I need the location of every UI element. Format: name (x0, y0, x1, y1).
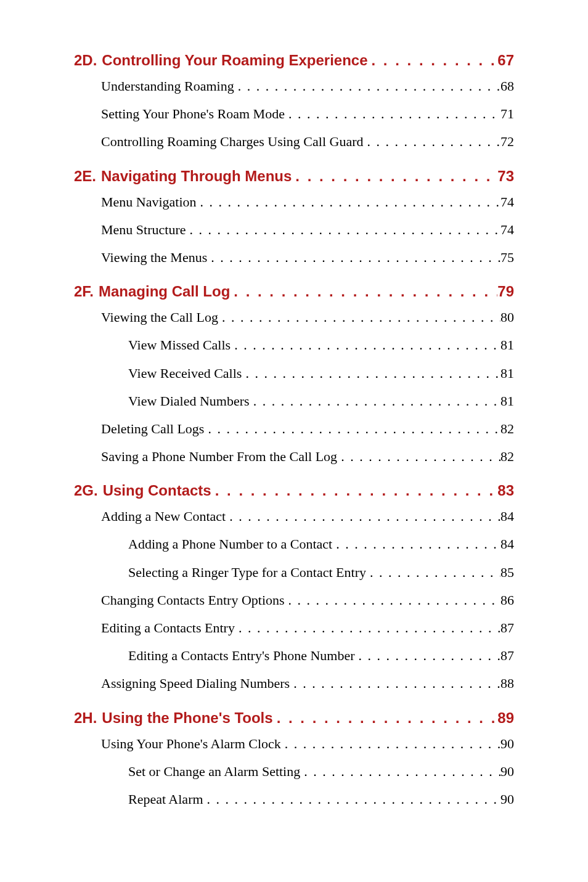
toc-item-title: Set or Change an Alarm Setting (74, 761, 300, 782)
toc-item-title: Changing Contacts Entry Options (74, 589, 285, 611)
toc-section-prefix: 2E. (74, 168, 96, 185)
toc-item-page: 82 (500, 446, 514, 467)
toc-leader-dots: . . . . . . . . . . . . . . . . . . . . … (226, 505, 500, 527)
toc-leader-dots: . . . . . . . . . . . . . . . . . . . . … (364, 131, 500, 152)
toc-item-page: 85 (500, 561, 514, 583)
toc-leader-dots: . . . . . . . . . . . . . . . . . . . . … (235, 617, 500, 639)
toc-item: Adding a Phone Number to a Contact. . . … (74, 533, 514, 555)
toc-item: Setting Your Phone's Roam Mode. . . . . … (74, 103, 514, 125)
toc-leader-dots: . . . . . . . . . . . . . . . . . . . . … (300, 761, 500, 782)
toc-item-page: 75 (500, 247, 514, 268)
toc-item: Viewing the Call Log. . . . . . . . . . … (74, 306, 514, 328)
toc-item: Saving a Phone Number From the Call Log.… (74, 446, 514, 467)
toc-item-title: Adding a New Contact (74, 505, 226, 527)
toc-leader-dots: . . . . . . . . . . . . . . . . . . . . … (204, 418, 500, 439)
toc-item-title: Selecting a Ringer Type for a Contact En… (74, 561, 366, 583)
toc-section-prefix: 2D. (74, 52, 97, 69)
toc-leader-dots: . . . . . . . . . . . . . . . . . . . . … (337, 446, 500, 467)
toc-leader-dots: . . . . . . . . . . . . . . . . . . . . … (273, 709, 498, 727)
toc-item: Editing a Contacts Entry. . . . . . . . … (74, 617, 514, 639)
toc-item-title: View Dialed Numbers (74, 390, 250, 412)
toc-item-title: Using Your Phone's Alarm Clock (74, 733, 281, 754)
toc-item: Understanding Roaming. . . . . . . . . .… (74, 75, 514, 97)
toc-item-title: Menu Structure (74, 219, 186, 240)
toc-leader-dots: . . . . . . . . . . . . . . . . . . . . … (368, 52, 498, 69)
toc-leader-dots: . . . . . . . . . . . . . . . . . . . . … (218, 306, 500, 328)
toc-item-title: Adding a Phone Number to a Contact (74, 533, 332, 555)
toc-leader-dots: . . . . . . . . . . . . . . . . . . . . … (285, 589, 500, 611)
toc-item-page: 71 (500, 103, 514, 125)
toc-item-page: 90 (500, 788, 514, 810)
toc-item-page: 87 (500, 645, 514, 666)
toc-leader-dots: . . . . . . . . . . . . . . . . . . . . … (366, 561, 500, 583)
toc-item: Editing a Contacts Entry's Phone Number.… (74, 645, 514, 666)
toc-item-title: Editing a Contacts Entry's Phone Number (74, 645, 355, 666)
toc-section-title: Using Contacts (98, 482, 211, 499)
toc-page: 2D.Controlling Your Roaming Experience. … (0, 0, 588, 882)
toc-item: Using Your Phone's Alarm Clock. . . . . … (74, 733, 514, 754)
toc-leader-dots: . . . . . . . . . . . . . . . . . . . . … (281, 733, 500, 754)
toc-leader-dots: . . . . . . . . . . . . . . . . . . . . … (292, 168, 497, 185)
toc-item: Set or Change an Alarm Setting. . . . . … (74, 761, 514, 782)
toc-item: Deleting Call Logs. . . . . . . . . . . … (74, 418, 514, 439)
toc-item-page: 68 (500, 75, 514, 97)
toc-section-title: Controlling Your Roaming Experience (97, 52, 367, 69)
toc-item-page: 72 (500, 131, 514, 152)
toc-item-title: Saving a Phone Number From the Call Log (74, 446, 337, 467)
toc-item-title: Viewing the Menus (74, 247, 207, 268)
toc-section-page: 89 (497, 709, 514, 727)
toc-item-title: Setting Your Phone's Roam Mode (74, 103, 285, 125)
toc-item: View Missed Calls. . . . . . . . . . . .… (74, 334, 514, 356)
toc-section-page: 67 (497, 52, 514, 69)
toc-item-title: Deleting Call Logs (74, 418, 204, 439)
toc-leader-dots: . . . . . . . . . . . . . . . . . . . . … (211, 482, 498, 499)
toc-item-page: 81 (500, 334, 514, 356)
toc-leader-dots: . . . . . . . . . . . . . . . . . . . . … (332, 533, 500, 555)
toc-leader-dots: . . . . . . . . . . . . . . . . . . . . … (197, 191, 500, 213)
toc-item-title: Editing a Contacts Entry (74, 617, 235, 639)
toc-item-title: View Received Calls (74, 362, 242, 384)
toc-leader-dots: . . . . . . . . . . . . . . . . . . . . … (186, 219, 500, 240)
toc-leader-dots: . . . . . . . . . . . . . . . . . . . . … (242, 362, 500, 384)
toc-section-page: 79 (497, 283, 514, 300)
toc-item: Adding a New Contact. . . . . . . . . . … (74, 505, 514, 527)
toc-item-page: 84 (500, 505, 514, 527)
toc-item-title: Menu Navigation (74, 191, 197, 213)
toc-item: View Received Calls. . . . . . . . . . .… (74, 362, 514, 384)
toc-item-page: 90 (500, 761, 514, 782)
toc-item: Selecting a Ringer Type for a Contact En… (74, 561, 514, 583)
toc-leader-dots: . . . . . . . . . . . . . . . . . . . . … (231, 334, 500, 356)
toc-item: Controlling Roaming Charges Using Call G… (74, 131, 514, 152)
toc-section-prefix: 2H. (74, 709, 97, 727)
toc-section-page: 83 (497, 482, 514, 499)
toc-section-header: 2G.Using Contacts. . . . . . . . . . . .… (74, 482, 514, 499)
toc-section-title: Managing Call Log (94, 283, 230, 300)
toc-item-page: 82 (500, 418, 514, 439)
toc-section-header: 2H.Using the Phone's Tools. . . . . . . … (74, 709, 514, 727)
toc-leader-dots: . . . . . . . . . . . . . . . . . . . . … (234, 75, 500, 97)
toc-item: Changing Contacts Entry Options. . . . .… (74, 589, 514, 611)
toc-item-page: 88 (500, 672, 514, 694)
toc-section-title: Using the Phone's Tools (97, 709, 272, 727)
toc-section-page: 73 (497, 168, 514, 185)
toc-item-page: 87 (500, 617, 514, 639)
toc-item-page: 90 (500, 733, 514, 754)
toc-item-page: 74 (500, 219, 514, 240)
toc-section-header: 2F.Managing Call Log. . . . . . . . . . … (74, 283, 514, 300)
toc-item-title: View Missed Calls (74, 334, 231, 356)
toc-item: View Dialed Numbers. . . . . . . . . . .… (74, 390, 514, 412)
toc-leader-dots: . . . . . . . . . . . . . . . . . . . . … (250, 390, 500, 412)
toc-item-page: 86 (500, 589, 514, 611)
toc-section-prefix: 2F. (74, 283, 94, 300)
toc-section-header: 2E.Navigating Through Menus. . . . . . .… (74, 168, 514, 185)
toc-item: Viewing the Menus. . . . . . . . . . . .… (74, 247, 514, 268)
toc-leader-dots: . . . . . . . . . . . . . . . . . . . . … (207, 247, 500, 268)
toc-leader-dots: . . . . . . . . . . . . . . . . . . . . … (355, 645, 500, 666)
toc-section-title: Navigating Through Menus (96, 168, 292, 185)
toc-section-header: 2D.Controlling Your Roaming Experience. … (74, 52, 514, 69)
toc-leader-dots: . . . . . . . . . . . . . . . . . . . . … (230, 283, 497, 300)
toc-item: Menu Navigation. . . . . . . . . . . . .… (74, 191, 514, 213)
toc-item-page: 81 (500, 362, 514, 384)
toc-item-title: Repeat Alarm (74, 788, 203, 810)
toc-item: Repeat Alarm. . . . . . . . . . . . . . … (74, 788, 514, 810)
